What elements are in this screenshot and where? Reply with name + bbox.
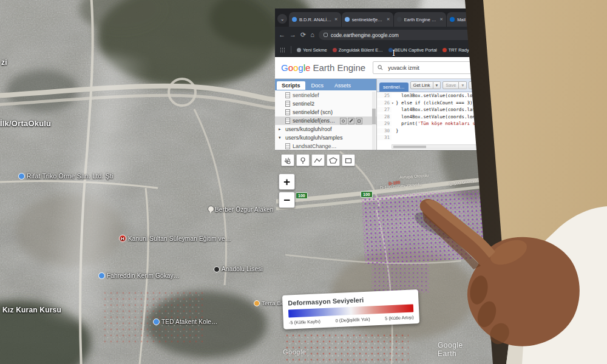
line-number: 29: [377, 121, 392, 126]
browser-window: ⌄ B.D.R. ANALİZİ | V.2.0.0✕sentineldef[e…: [275, 8, 484, 364]
code-line: 27 lat4Box.setValue(coords.lat.toFixed(6…: [377, 106, 484, 113]
browser-tab[interactable]: sentineldef[enson] - E…✕: [342, 12, 393, 27]
legend-min-label: -5 (Kütle Kaybı): [289, 318, 320, 325]
blue-poi-icon: [98, 272, 105, 279]
back-icon[interactable]: ←: [279, 32, 285, 38]
tab-close-icon[interactable]: ✕: [334, 17, 338, 22]
code-line: 28 lon4Box.setValue(coords.lon.toFixed(6…: [377, 113, 484, 121]
bookmark-favicon-icon: [333, 48, 337, 52]
place-name: Fahreddin Kerim Gökay…: [107, 272, 180, 279]
tab-title: B.D.R. ANALİZİ | V.2.0.0: [299, 17, 332, 22]
tree-item[interactable]: sentinel2: [275, 99, 376, 108]
search-icon: [378, 65, 383, 70]
reload-icon[interactable]: ⟳: [300, 32, 306, 38]
editor-hscrollbar[interactable]: [392, 144, 479, 149]
get-link-button[interactable]: Get Link▾: [410, 81, 441, 90]
rename-icon[interactable]: [348, 118, 354, 124]
polyline-tool[interactable]: [311, 154, 325, 166]
place-name: TED Atakent Kole…: [161, 318, 217, 325]
rectangle-tool[interactable]: [342, 154, 355, 166]
dark-poi-icon: [214, 266, 220, 272]
code-line: 29 print('Tüm köşe noktaları seçildi. An…: [377, 120, 484, 127]
scripts-panel: ScriptsDocsAssets sentineldefsentinel2se…: [275, 79, 377, 150]
tab-close-icon[interactable]: ✕: [387, 17, 390, 22]
ee-search-input[interactable]: [387, 64, 473, 72]
tree-item[interactable]: sentineldef: [275, 91, 376, 99]
pan-tool[interactable]: [281, 154, 294, 166]
script-file-icon: [285, 118, 290, 124]
place-name: Berber Özgür Alaken: [215, 206, 274, 213]
tree-item[interactable]: ▸users/kutogluh/roof: [275, 125, 376, 133]
panel-tab-assets[interactable]: Assets: [330, 81, 356, 90]
bookmark-item[interactable]: Yeni Sekme: [297, 47, 327, 53]
map-place-label: zi: [1, 58, 7, 67]
polygon-tool[interactable]: [327, 154, 340, 166]
map-zoom-control: + −: [279, 174, 295, 208]
tree-item[interactable]: LandsatChange…: [275, 142, 376, 150]
line-number: 30: [377, 128, 392, 133]
tree-item-label: users/kutogluh/samples: [285, 135, 343, 141]
apps-grid-icon[interactable]: [280, 47, 285, 53]
zoom-out-button[interactable]: −: [279, 192, 295, 208]
home-icon[interactable]: ⌂: [310, 32, 314, 38]
forward-icon[interactable]: →: [290, 32, 296, 38]
folder-caret-icon[interactable]: ▾: [279, 135, 283, 140]
script-file-icon: [285, 109, 290, 115]
bookmark-label: BEUN Captive Portal: [395, 47, 437, 53]
dropdown-caret-icon[interactable]: ▾: [433, 81, 441, 90]
tab-search-chevron-icon[interactable]: ⌄: [277, 14, 287, 24]
blue-poi-icon: [18, 173, 25, 180]
delete-icon[interactable]: [356, 118, 362, 124]
dropdown-caret-icon[interactable]: ▾: [459, 81, 467, 90]
tree-item[interactable]: ▾users/kutogluh/samples: [275, 133, 376, 142]
code-line: 30}: [377, 127, 484, 135]
polygon-tool-icon: [328, 156, 338, 165]
deformation-legend: Deformasyon Seviyeleri -5 (Kütle Kaybı) …: [282, 289, 419, 329]
place-name: Anadolu Lisesi: [222, 266, 263, 272]
code-text: lat4Box.setValue(coords.lat.toFixed(6));: [396, 107, 484, 112]
rectangle-tool-icon: [344, 156, 353, 165]
code-line: 31: [377, 134, 484, 141]
editor-file-tab[interactable]: sentinel…: [379, 83, 409, 92]
earth-engine-header: GoogleEarth Engine: [275, 57, 484, 79]
map-place-label: Fahreddin Kerim Gökay…: [98, 272, 180, 279]
zoom-in-button[interactable]: +: [279, 174, 295, 190]
tab-title: Earth Engine Data Cat…: [404, 17, 438, 22]
legend-max-label: 5 (Kütle Artışı): [385, 314, 414, 321]
script-file-icon: [285, 143, 290, 149]
bookmark-item[interactable]: Zonguldak Bülent E…: [333, 47, 383, 53]
browser-tab[interactable]: Earth Engine Data Cat…✕: [394, 12, 447, 27]
tree-item[interactable]: sentineldef(ens…: [275, 116, 376, 125]
panel-tab-docs[interactable]: Docs: [307, 81, 329, 90]
tree-item[interactable]: sentineldef (scn): [275, 108, 376, 116]
google-earth-watermark: Google Earth: [438, 341, 484, 358]
save-button[interactable]: Save▾: [443, 81, 467, 90]
ee-search-box[interactable]: [373, 61, 478, 74]
editor-toolbar: sentinel… Get Link▾Save▾Run▾Reset▾Apps: [377, 79, 484, 92]
script-file-icon: [285, 92, 290, 98]
button-label: Get Link: [410, 81, 433, 90]
browser-tab[interactable]: B.D.R. ANALİZİ | V.2.0.0✕: [289, 12, 341, 27]
code-text: print('Tüm köşe noktaları seçildi. Anali…: [396, 121, 484, 126]
code-text: lon3Box.setValue(coords.lon.toFixed(6));: [396, 93, 484, 98]
marker-tool[interactable]: [296, 154, 310, 166]
legend-mid-label: 0 (Değişiklik Yok): [335, 317, 370, 323]
tab-close-icon[interactable]: ✕: [439, 17, 443, 22]
place-name: Kanuni Sultan Süleyman Eğitim ve…: [128, 235, 231, 242]
map-place-label: Anadolu Lisesi: [214, 266, 263, 272]
url-bar[interactable]: code.earthengine.google.com: [319, 30, 480, 40]
site-info-icon[interactable]: [324, 33, 328, 37]
folder-caret-icon[interactable]: ▸: [279, 127, 283, 132]
bookmarks-bar: Yeni SekmeZonguldak Bülent E…BEUN Captiv…: [275, 43, 484, 57]
tree-scrollbar[interactable]: [372, 92, 376, 150]
tab-favicon-icon: [450, 17, 455, 22]
code-area[interactable]: 25 lon3Box.setValue(coords.lon.toFixed(6…: [377, 92, 484, 150]
earth-engine-logo: GoogleEarth Engine: [281, 62, 365, 73]
panel-tab-scripts[interactable]: Scripts: [277, 81, 305, 90]
code-text: }: [396, 128, 399, 133]
share-icon[interactable]: [340, 118, 347, 124]
place-name: Rifat Triko Örme San. Ltd. Şti: [27, 172, 114, 180]
bookmark-item[interactable]: BEUN Captive Portal: [388, 47, 437, 53]
fold-caret-icon[interactable]: ▾: [392, 101, 396, 105]
bookmark-favicon-icon: [443, 48, 447, 52]
